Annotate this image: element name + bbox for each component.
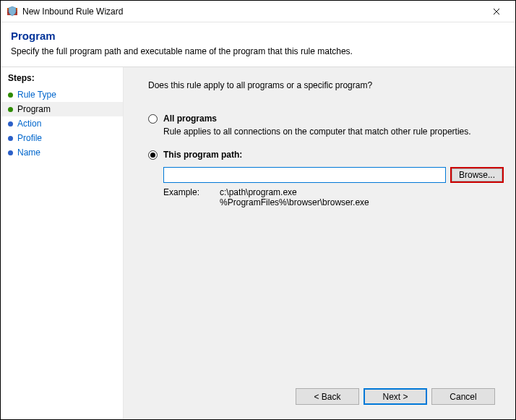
step-label: Action (17, 119, 41, 129)
step-rule-type[interactable]: Rule Type (1, 87, 123, 102)
back-button[interactable]: < Back (296, 388, 359, 405)
step-label: Rule Type (17, 90, 56, 100)
page-header: Program Specify the full program path an… (1, 22, 515, 67)
example-paths: c:\path\program.exe %ProgramFiles%\brows… (220, 187, 369, 207)
radio-all-programs[interactable] (148, 114, 158, 124)
firewall-icon (7, 6, 18, 17)
step-program[interactable]: Program (1, 102, 123, 116)
bullet-icon (8, 93, 13, 98)
program-path-row: Browse... (135, 167, 504, 183)
step-label: Name (17, 147, 40, 158)
step-action[interactable]: Action (1, 116, 123, 131)
page-title: Program (11, 30, 505, 42)
cancel-button[interactable]: Cancel (431, 388, 495, 405)
example-label: Example: (163, 187, 199, 207)
steps-sidebar: Steps: Rule Type Program Action Profile … (1, 67, 124, 419)
wizard-body: Steps: Rule Type Program Action Profile … (1, 67, 515, 419)
main-content: Does this rule apply to all programs or … (124, 67, 515, 419)
option-all-desc: Rule applies to all connections on the c… (135, 127, 504, 137)
window-title: New Inbound Rule Wizard (22, 7, 480, 17)
bullet-icon (8, 107, 13, 112)
close-button[interactable] (480, 1, 512, 22)
option-all-programs[interactable]: All programs (135, 113, 504, 124)
step-label: Program (17, 104, 51, 114)
option-path-label: This program path: (163, 150, 242, 160)
browse-button[interactable]: Browse... (450, 167, 504, 183)
wizard-window: New Inbound Rule Wizard Program Specify … (0, 0, 516, 420)
step-profile[interactable]: Profile (1, 131, 123, 145)
bullet-icon (8, 150, 13, 155)
option-program-path[interactable]: This program path: (135, 150, 504, 160)
step-label: Profile (17, 133, 42, 143)
page-description: Specify the full program path and execut… (11, 46, 505, 56)
next-button[interactable]: Next > (364, 388, 427, 405)
question-text: Does this rule apply to all programs or … (135, 80, 504, 90)
footer-buttons: < Back Next > Cancel (135, 381, 504, 412)
bullet-icon (8, 121, 13, 127)
program-path-input[interactable] (163, 167, 446, 183)
radio-program-path[interactable] (148, 150, 158, 160)
steps-heading: Steps: (1, 73, 123, 87)
step-name[interactable]: Name (1, 145, 123, 160)
title-bar: New Inbound Rule Wizard (1, 1, 515, 22)
option-all-label: All programs (163, 113, 217, 124)
example-row: Example: c:\path\program.exe %ProgramFil… (135, 187, 504, 207)
bullet-icon (8, 136, 13, 141)
